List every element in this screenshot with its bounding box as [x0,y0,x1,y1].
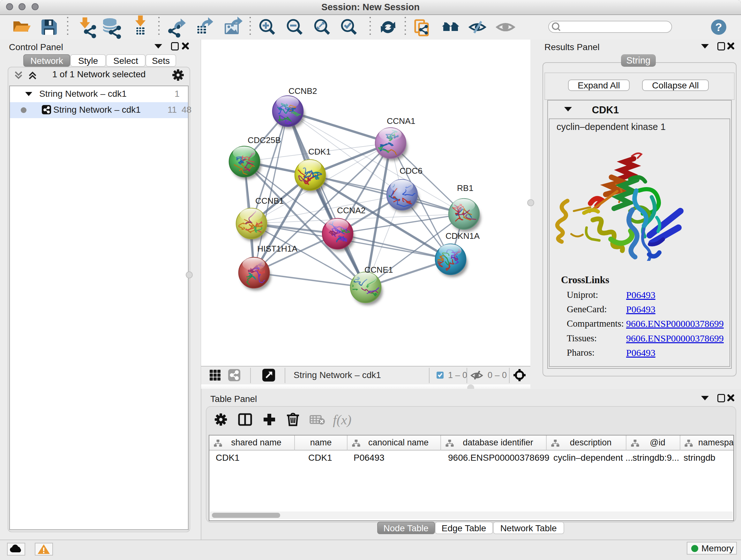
svg-text:f(x): f(x) [333,413,351,428]
svg-text:CDC25B: CDC25B [248,135,281,145]
svg-text:HIST1H1A: HIST1H1A [257,244,298,253]
svg-text:?: ? [715,21,722,33]
svg-text:CCNA2: CCNA2 [337,206,365,215]
svg-text:CCNB1: CCNB1 [255,196,284,206]
svg-text:CCNB2: CCNB2 [288,86,317,96]
svg-text:RB1: RB1 [457,183,473,193]
svg-text:CCNE1: CCNE1 [364,265,393,274]
svg-text:CCNA1: CCNA1 [387,116,415,126]
svg-text:CDC6: CDC6 [400,166,422,176]
svg-text:CDK1: CDK1 [308,147,331,157]
svg-text:CDKN1A: CDKN1A [446,231,480,241]
